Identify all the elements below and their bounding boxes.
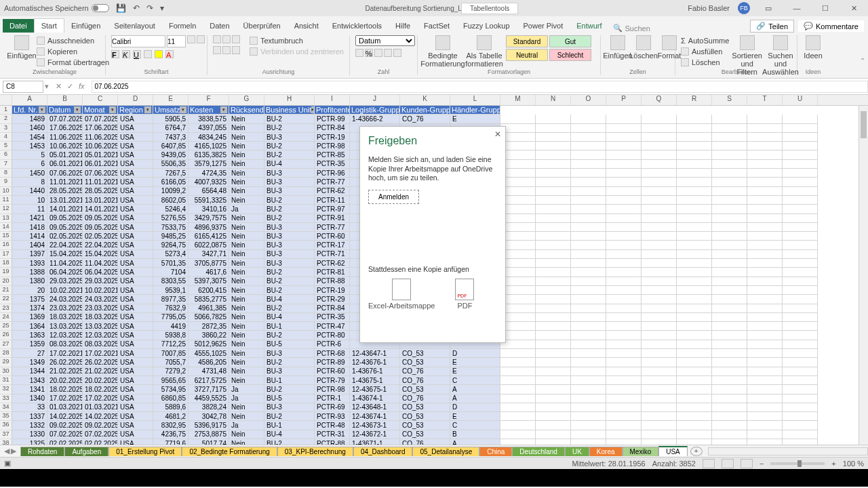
sheet-dashboard[interactable]: 04_Dashboard bbox=[353, 447, 413, 456]
cell[interactable] bbox=[571, 223, 606, 232]
cell[interactable] bbox=[606, 223, 642, 232]
cell[interactable]: 1460 bbox=[12, 124, 47, 133]
fill-color-icon[interactable] bbox=[155, 50, 163, 58]
cell[interactable]: USA bbox=[118, 214, 153, 223]
insert-cells-button[interactable]: Einfügen bbox=[606, 35, 629, 60]
cell[interactable] bbox=[747, 142, 783, 150]
format-as-table-button[interactable]: Als Tabelle formatieren bbox=[465, 35, 503, 68]
cell[interactable]: BU-5 bbox=[264, 394, 315, 403]
cell[interactable]: 4555,1025 bbox=[189, 349, 229, 358]
cell[interactable]: PCTR-88 bbox=[315, 439, 350, 445]
cell[interactable]: 1363 bbox=[12, 331, 47, 340]
cell[interactable] bbox=[747, 196, 783, 205]
cell[interactable]: 11.06.2025 bbox=[83, 133, 118, 142]
cell[interactable]: CO_53 bbox=[400, 421, 450, 430]
cell[interactable]: PCTR-84 bbox=[315, 124, 350, 133]
cell[interactable]: 7267,5 bbox=[153, 169, 189, 178]
cell[interactable]: PCTR-47 bbox=[315, 322, 350, 331]
cell[interactable] bbox=[500, 367, 536, 376]
sheet-uk[interactable]: UK bbox=[565, 447, 589, 456]
cell[interactable] bbox=[642, 286, 677, 295]
cell[interactable]: Nein bbox=[229, 340, 264, 349]
cell[interactable]: 5396,9175 bbox=[189, 421, 229, 430]
cell[interactable]: USA bbox=[118, 295, 153, 304]
col-header[interactable]: N bbox=[536, 95, 571, 105]
cell[interactable] bbox=[747, 403, 783, 412]
cell[interactable] bbox=[783, 160, 818, 169]
cell[interactable] bbox=[747, 232, 783, 241]
cell[interactable] bbox=[712, 367, 747, 376]
cell[interactable]: 4007,9325 bbox=[189, 178, 229, 186]
cell[interactable]: 17.02.2025 bbox=[83, 394, 118, 403]
cell[interactable]: Nein bbox=[229, 268, 264, 277]
cell[interactable]: 23.03.2025 bbox=[47, 304, 83, 313]
cell[interactable] bbox=[536, 349, 571, 358]
cell[interactable] bbox=[606, 250, 642, 259]
zoom-in-icon[interactable]: + bbox=[831, 460, 835, 468]
cell[interactable]: 10.06.2025 bbox=[47, 142, 83, 150]
cell[interactable] bbox=[536, 223, 571, 232]
cell[interactable] bbox=[677, 439, 712, 445]
cell[interactable] bbox=[606, 421, 642, 430]
cell[interactable]: 09.02.2025 bbox=[47, 421, 83, 430]
currency-icon[interactable] bbox=[355, 49, 363, 57]
cell[interactable]: 5017,74 bbox=[189, 439, 229, 445]
cell[interactable]: Nein bbox=[229, 115, 264, 123]
sheet-korea[interactable]: Korea bbox=[589, 447, 623, 456]
cell[interactable] bbox=[783, 115, 818, 123]
cell[interactable]: 20 bbox=[12, 286, 47, 295]
cell[interactable]: 3579,1275 bbox=[189, 160, 229, 169]
cell[interactable]: USA bbox=[118, 439, 153, 445]
cell[interactable]: 6165,4125 bbox=[189, 232, 229, 241]
cell[interactable] bbox=[677, 124, 712, 133]
redo-icon[interactable]: ↷ bbox=[146, 3, 153, 13]
sheet-bedingte[interactable]: 02_Bedingte Formatierung bbox=[182, 447, 277, 456]
cell[interactable]: PCTR-35 bbox=[315, 313, 350, 322]
cell[interactable]: 7437,3 bbox=[153, 133, 189, 142]
col-header[interactable]: B bbox=[47, 95, 83, 105]
cell[interactable]: 07.06.2025 bbox=[47, 169, 83, 178]
cell[interactable]: USA bbox=[118, 385, 153, 394]
zoom-out-icon[interactable]: − bbox=[760, 460, 764, 468]
share-button[interactable]: 🔗Teilen bbox=[750, 20, 794, 33]
cell[interactable] bbox=[642, 439, 677, 445]
cell[interactable]: 4617,6 bbox=[189, 268, 229, 277]
cell[interactable] bbox=[642, 304, 677, 313]
cell[interactable] bbox=[606, 214, 642, 223]
cell[interactable] bbox=[677, 412, 712, 421]
cell[interactable] bbox=[642, 385, 677, 394]
cell[interactable] bbox=[747, 286, 783, 295]
cell[interactable]: Nein bbox=[229, 403, 264, 412]
cell[interactable] bbox=[606, 150, 642, 159]
tab-insert[interactable]: Einfügen bbox=[64, 19, 107, 33]
cell[interactable]: 6764,7 bbox=[153, 124, 189, 133]
cell[interactable]: 3429,7575 bbox=[189, 214, 229, 223]
cell[interactable] bbox=[536, 385, 571, 394]
cell[interactable]: Nein bbox=[229, 250, 264, 259]
cell[interactable]: 24.03.2025 bbox=[47, 295, 83, 304]
cell[interactable]: 11.01.2021 bbox=[47, 178, 83, 186]
cell[interactable] bbox=[606, 439, 642, 445]
col-header[interactable]: S bbox=[712, 95, 747, 105]
cell[interactable]: BU-3 bbox=[264, 223, 315, 232]
cell[interactable]: PCTR-79 bbox=[315, 376, 350, 385]
sheet-usa[interactable]: USA bbox=[658, 446, 688, 456]
cell[interactable]: 12-43648-1 bbox=[350, 403, 400, 412]
cell[interactable]: 3042,78 bbox=[189, 412, 229, 421]
cell[interactable]: 15.04.2025 bbox=[47, 250, 83, 259]
cell[interactable]: BU-3 bbox=[264, 241, 315, 249]
col-header[interactable]: A bbox=[12, 95, 47, 105]
filter-dropdown-icon[interactable]: ▾ bbox=[109, 106, 116, 113]
cell[interactable] bbox=[571, 115, 606, 123]
cell[interactable] bbox=[712, 115, 747, 123]
cell[interactable]: 13.03.2025 bbox=[47, 322, 83, 331]
cell[interactable] bbox=[712, 412, 747, 421]
cell[interactable]: Nein bbox=[229, 223, 264, 232]
cell[interactable] bbox=[677, 133, 712, 142]
cell[interactable] bbox=[606, 160, 642, 169]
cell[interactable]: CO_76 bbox=[400, 376, 450, 385]
cell[interactable]: 2753,8875 bbox=[189, 430, 229, 439]
cell[interactable] bbox=[500, 358, 536, 367]
font-name-input[interactable] bbox=[111, 35, 165, 47]
cell[interactable] bbox=[642, 178, 677, 186]
